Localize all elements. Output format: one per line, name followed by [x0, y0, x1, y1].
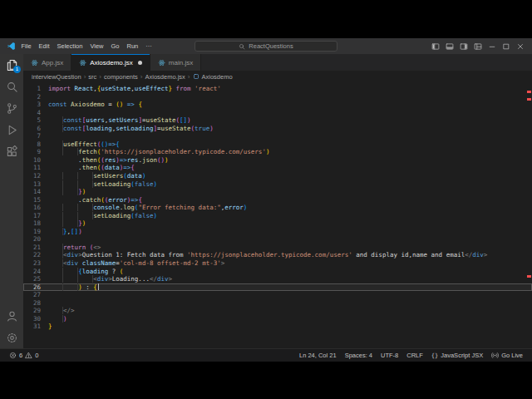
line-number[interactable]: 3 — [23, 101, 48, 109]
line-number[interactable]: 18 — [23, 219, 48, 228]
line-number[interactable]: 10 — [23, 156, 48, 165]
code-line[interactable]: 23 <div className='col-md-8 offset-md-2 … — [23, 259, 532, 268]
line-number[interactable]: 23 — [23, 259, 48, 268]
line-number[interactable]: 17 — [23, 212, 48, 220]
menu-item-run[interactable]: Run — [123, 41, 142, 52]
code-line[interactable]: 29 </> — [23, 307, 532, 315]
status-language-mode[interactable]: {}JavaScript JSX — [427, 352, 487, 359]
overview-ruler[interactable] — [525, 82, 532, 348]
line-number[interactable]: 25 — [23, 275, 48, 283]
code-line[interactable]: 7 — [23, 132, 532, 140]
toggle-panel-icon[interactable] — [443, 40, 456, 52]
customize-layout-icon[interactable] — [471, 40, 485, 52]
problems-indicator[interactable]: 6 0 — [5, 352, 42, 359]
line-number[interactable]: 15 — [23, 196, 48, 204]
code-line[interactable]: 31} — [23, 323, 532, 331]
line-number[interactable]: 4 — [23, 109, 48, 117]
line-number[interactable]: 29 — [23, 307, 48, 315]
line-number[interactable]: 27 — [23, 291, 48, 299]
line-number[interactable]: 22 — [23, 251, 48, 259]
status-encoding[interactable]: UTF-8 — [377, 352, 402, 359]
breadcrumb-item-src[interactable]: src — [88, 73, 96, 81]
run-debug-icon[interactable] — [0, 119, 23, 140]
line-number[interactable]: 11 — [23, 164, 48, 172]
line-number[interactable]: 8 — [23, 140, 48, 149]
menu-item-file[interactable]: File — [17, 41, 35, 52]
tab-main-jsx[interactable]: main.jsx — [150, 54, 201, 71]
menu-item-edit[interactable]: Edit — [35, 41, 53, 52]
code-line[interactable]: 11 .then((data)=>{ — [23, 164, 532, 172]
line-number[interactable]: 19 — [23, 228, 48, 236]
breadcrumb-item-components[interactable]: components — [104, 73, 138, 81]
account-icon[interactable] — [0, 305, 23, 327]
extensions-icon[interactable] — [0, 140, 23, 162]
code-line[interactable]: 10 .then((res)=>res.json()) — [23, 156, 532, 165]
line-number[interactable]: 24 — [23, 268, 48, 276]
code-line[interactable]: 22 <div>Question 1: Fetch data from 'htt… — [23, 251, 532, 259]
code-line[interactable]: 26 ) : { — [23, 283, 532, 292]
source-control-icon[interactable] — [0, 97, 23, 119]
code-line[interactable]: 20 — [23, 235, 532, 244]
line-number[interactable]: 12 — [23, 172, 48, 180]
code-line[interactable]: 5 const[users,setUsers]=useState([]) — [23, 116, 532, 125]
line-number[interactable]: 2 — [23, 93, 48, 101]
status-go-live[interactable]: Go Live — [487, 352, 527, 359]
code-line[interactable]: 6 const[loading,setLoading]=useState(tru… — [23, 125, 532, 133]
code-line[interactable]: 15 .catch((error)=>{ — [23, 196, 532, 204]
line-number[interactable]: 26 — [23, 283, 48, 292]
line-number[interactable]: 16 — [23, 204, 48, 212]
breadcrumb-item-axiosdemo-jsx[interactable]: Axiosdemo.jsx — [145, 73, 185, 81]
close-icon[interactable] — [514, 40, 527, 52]
line-number[interactable]: 5 — [23, 116, 48, 125]
toggle-sidebar-icon[interactable] — [429, 40, 442, 52]
tab-axiosdemo-jsx[interactable]: Axiosdemo.jsx — [71, 54, 150, 71]
code-line[interactable]: 14 }) — [23, 188, 532, 196]
settings-icon[interactable] — [0, 327, 23, 348]
line-number[interactable]: 20 — [23, 235, 48, 244]
menu-item-view[interactable]: View — [86, 41, 107, 52]
code-line[interactable]: 21 return (<> — [23, 244, 532, 252]
explorer-icon[interactable]: 1 — [0, 54, 23, 76]
command-center[interactable]: ReactQuestions — [195, 41, 337, 52]
code-line[interactable]: 16 console.log("Error fetching data:",er… — [23, 204, 532, 212]
line-number[interactable]: 14 — [23, 188, 48, 196]
line-number[interactable]: 31 — [23, 323, 48, 331]
code-line[interactable]: 17 setLoading(false) — [23, 212, 532, 220]
line-number[interactable]: 13 — [23, 180, 48, 189]
status-cursor-position[interactable]: Ln 24, Col 21 — [295, 352, 341, 359]
code-line[interactable]: 25 <div>Loading...</div> — [23, 275, 532, 283]
status-eol[interactable]: CRLF — [402, 352, 427, 359]
code-line[interactable]: 1import React,{useState,useEffect} from … — [23, 85, 532, 93]
line-number[interactable]: 9 — [23, 148, 48, 156]
code-editor[interactable]: 1import React,{useState,useEffect} from … — [23, 82, 532, 348]
code-line[interactable]: 19 },[]) — [23, 228, 532, 236]
line-number[interactable]: 6 — [23, 125, 48, 133]
code-line[interactable]: 30 ) — [23, 315, 532, 323]
code-line[interactable]: 4 — [23, 109, 532, 117]
line-number[interactable]: 7 — [23, 132, 48, 140]
code-line[interactable]: 8 useEffect(()=>{ — [23, 140, 532, 149]
tab-app-jsx[interactable]: App.jsx — [23, 54, 71, 71]
code-line[interactable]: 18 }) — [23, 219, 532, 228]
breadcrumb-item-interviewquestion[interactable]: interviewQuestion — [32, 73, 81, 81]
line-number[interactable]: 21 — [23, 244, 48, 252]
menu-item-selection[interactable]: Selection — [53, 41, 86, 52]
code-line[interactable]: 9 fetch('https://jsonplaceholder.typicod… — [23, 148, 532, 156]
line-number[interactable]: 28 — [23, 299, 48, 308]
maximize-icon[interactable] — [500, 40, 513, 52]
code-line[interactable]: 2 — [23, 93, 532, 101]
minimize-icon[interactable] — [485, 40, 499, 52]
line-number[interactable]: 30 — [23, 315, 48, 323]
code-line[interactable]: 12 setUsers(data) — [23, 172, 532, 180]
status-indentation[interactable]: Spaces: 4 — [341, 352, 377, 359]
search-icon[interactable] — [0, 76, 23, 97]
code-line[interactable]: 28 — [23, 299, 532, 308]
menu-item-item[interactable]: ··· — [142, 41, 156, 52]
breadcrumb-item-axiosdemo[interactable]: Axiosdemo — [202, 73, 233, 81]
code-line[interactable]: 24 {loading ? ( — [23, 268, 532, 276]
code-line[interactable]: 13 setLoading(false) — [23, 180, 532, 189]
code-line[interactable]: 27 — [23, 291, 532, 299]
code-line[interactable]: 3const Axiosdemo = () => { — [23, 101, 532, 109]
menu-item-go[interactable]: Go — [107, 41, 123, 52]
line-number[interactable]: 1 — [23, 85, 48, 93]
